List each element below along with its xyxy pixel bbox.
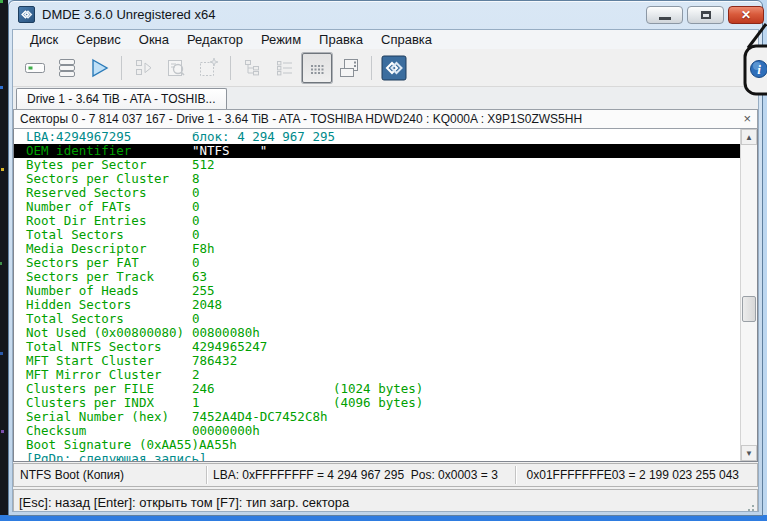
boot-record-row[interactable]: Number of Heads255	[14, 284, 740, 298]
scrollbar-down-button[interactable]: ▼	[741, 445, 757, 461]
tree-view-button[interactable]	[238, 53, 268, 83]
titlebar[interactable]: DMDE 3.6.0 Unregistered x64 ✕	[9, 1, 762, 29]
disk-list-button[interactable]	[52, 53, 82, 83]
boot-record-row[interactable]: Total Sectors0	[14, 312, 740, 326]
boot-record-row[interactable]: Hidden Sectors2048	[14, 298, 740, 312]
sector-panel-header: Секторы 0 - 7 814 037 167 - Drive 1 - 3.…	[13, 109, 758, 129]
boot-record-row[interactable]: Not Used (0x00800080)00800080h	[14, 326, 740, 340]
client-area: ДискСервисОкнаРедакторРежимПравкаСправка	[12, 29, 759, 512]
status-bar: NTFS Boot (Копия) LBA: 0xFFFFFFFF = 4 29…	[13, 463, 758, 487]
boot-record-row[interactable]: Boot Signature (0xAA55)AA55h	[14, 438, 740, 452]
status-record-type: NTFS Boot (Копия)	[14, 468, 206, 482]
boot-record-row[interactable]: Reserved Sectors0	[14, 186, 740, 200]
menu-item-disk[interactable]: Диск	[21, 31, 67, 48]
sector-panel-title: Секторы 0 - 7 814 037 167 - Drive 1 - 3.…	[20, 112, 582, 126]
app-window: DMDE 3.6.0 Unregistered x64 ✕ ДискСервис…	[8, 0, 763, 516]
menu-item-help[interactable]: Справка	[372, 31, 441, 48]
hex-view-button[interactable]	[302, 53, 332, 83]
close-icon: ✕	[729, 8, 763, 22]
status-offset-info: 0x01FFFFFFFE03 = 2 199 023 255 043	[516, 468, 757, 482]
hex-view-icon	[305, 56, 329, 80]
menu-item-service[interactable]: Сервис	[67, 31, 130, 48]
boot-record-row[interactable]: Sectors per Track63	[14, 270, 740, 284]
boot-record-row[interactable]: OEM identifier"NTFS "	[14, 144, 740, 158]
open-play-icon	[87, 56, 111, 80]
menu-item-windows[interactable]: Окна	[130, 31, 178, 48]
device-icon	[23, 56, 47, 80]
toolbar-separator	[121, 56, 122, 80]
scrollbar-track[interactable]: ▲ ▼	[740, 129, 757, 461]
minimize-icon	[659, 17, 671, 20]
boot-record-row[interactable]: Number of FATs0	[14, 200, 740, 214]
status-lba-info: LBA: 0xFFFFFFFF = 4 294 967 295 Pos: 0x0…	[207, 468, 515, 482]
dmde-app-icon	[18, 6, 35, 23]
apply-icon	[132, 56, 156, 80]
menubar: ДискСервисОкнаРедакторРежимПравкаСправка	[13, 30, 758, 49]
boot-record-row[interactable]: Media DescriptorF8h	[14, 242, 740, 256]
toolbar	[13, 49, 758, 87]
boot-record-row[interactable]: Sectors per Cluster8	[14, 172, 740, 186]
about-dmde-button[interactable]	[379, 53, 409, 83]
boot-record-row: [PgDn: следующая запись]	[14, 452, 740, 462]
screen: DMDE 3.6.0 Unregistered x64 ✕ ДискСервис…	[0, 0, 767, 521]
scrollbar-thumb[interactable]	[742, 296, 756, 322]
toolbar-separator	[230, 56, 231, 80]
apply-button[interactable]	[129, 53, 159, 83]
boot-record-row[interactable]: Root Dir Entries0	[14, 214, 740, 228]
scrollbar-up-button[interactable]: ▲	[741, 129, 757, 145]
svg-text:i: i	[757, 62, 761, 77]
tree-view-icon	[241, 56, 265, 80]
boot-record-row[interactable]: MFT Mirror Cluster2	[14, 368, 740, 382]
open-device-button[interactable]	[20, 53, 50, 83]
window-title: DMDE 3.6.0 Unregistered x64	[42, 7, 215, 22]
boot-record-row[interactable]: Checksum00000000h	[14, 424, 740, 438]
boot-record-row[interactable]: Clusters per FILE246(1024 bytes)	[14, 382, 740, 396]
boot-record-row[interactable]: Total NTFS Sectors4294965247	[14, 340, 740, 354]
boot-record-row: LBA:4294967295блок: 4 294 967 295	[14, 130, 740, 144]
minimize-button[interactable]	[646, 6, 683, 24]
boot-record-row[interactable]: Bytes per Sector512	[14, 158, 740, 172]
help-bar: [Esc]: назад [Enter]: открыть том [F7]: …	[13, 489, 758, 512]
boot-record-row[interactable]: Clusters per INDX1(4096 bytes)	[14, 396, 740, 410]
boot-record-row[interactable]: Sectors per FAT0	[14, 256, 740, 270]
tab-drive1[interactable]: Drive 1 - 3.64 TiB - ATA - TOSHIB...	[16, 88, 227, 109]
menu-item-mode[interactable]: Режим	[252, 31, 310, 48]
maximize-button[interactable]	[687, 6, 724, 24]
panel-close-button[interactable]: ×	[743, 111, 751, 126]
boot-record-row[interactable]: MFT Start Cluster786432	[14, 354, 740, 368]
search-button[interactable]	[161, 53, 191, 83]
panels-icon	[337, 56, 361, 80]
disk-stack-icon	[55, 56, 79, 80]
menu-item-editor[interactable]: Редактор	[178, 31, 252, 48]
boot-record-row[interactable]: Serial Number (hex)7452A4D4-DC7452C8h	[14, 410, 740, 424]
construct-button[interactable]	[193, 53, 223, 83]
tabbar: Drive 1 - 3.64 TiB - ATA - TOSHIB...	[13, 87, 758, 109]
resize-grip[interactable]	[745, 502, 755, 512]
maximize-icon	[701, 11, 711, 19]
notification-balloon[interactable]: i	[736, 22, 767, 102]
boot-record-row[interactable]: Total Sectors0	[14, 228, 740, 242]
panels-button[interactable]	[334, 53, 364, 83]
construct-icon	[196, 56, 220, 80]
list-view-button[interactable]	[270, 53, 300, 83]
dmde-logo-icon	[381, 55, 407, 81]
continue-button[interactable]	[84, 53, 114, 83]
toolbar-separator	[371, 56, 372, 80]
list-view-icon	[273, 56, 297, 80]
desktop-left-strip	[0, 0, 8, 521]
menu-item-edit[interactable]: Правка	[310, 31, 372, 48]
help-text: [Esc]: назад [Enter]: открыть том [F7]: …	[19, 495, 349, 510]
boot-record-rows: LBA:4294967295блок: 4 294 967 295OEM ide…	[14, 130, 740, 462]
sector-content: LBA:4294967295блок: 4 294 967 295OEM ide…	[13, 129, 758, 462]
search-icon	[164, 56, 188, 80]
